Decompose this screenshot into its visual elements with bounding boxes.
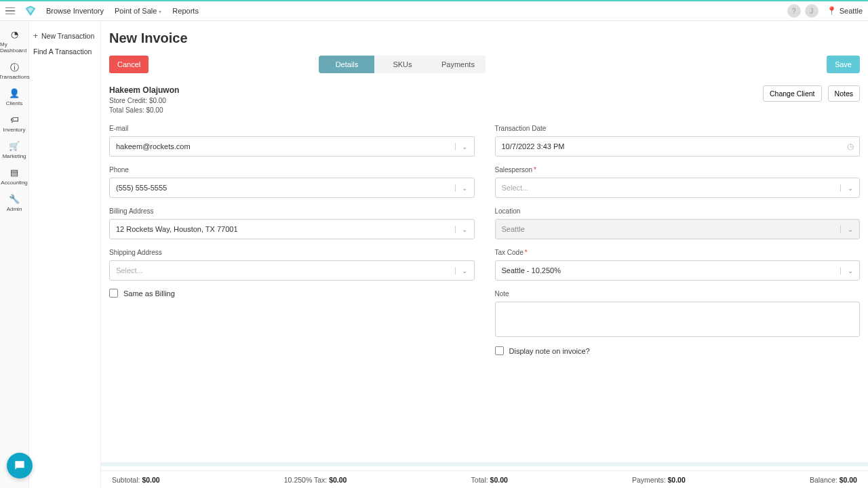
phone-label: Phone (109, 166, 475, 174)
location-field: Seattle ⌄ (495, 219, 861, 239)
user-avatar[interactable]: J (805, 4, 818, 18)
sidebar-item-transactions[interactable]: ⓘTransactions (0, 58, 28, 84)
chevron-down-icon[interactable]: ⌄ (840, 184, 859, 192)
phone-field[interactable]: (555) 555-5555 ⌄ (109, 178, 475, 198)
sidebar-item-marketing[interactable]: 🛒Marketing (0, 137, 28, 163)
display-note-check[interactable]: Display note on invoice? (495, 346, 861, 355)
change-client-button[interactable]: Change Client (763, 85, 822, 102)
client-name: Hakeem Olajuwon (109, 85, 179, 95)
sidebar-item-dashboard[interactable]: ◔My Dashboard (0, 25, 28, 58)
tab-group: Details SKUs Payments (319, 56, 486, 73)
save-button[interactable]: Save (827, 56, 860, 73)
chevron-down-icon[interactable]: ⌄ (455, 184, 474, 192)
page-title: New Invoice (109, 30, 860, 46)
same-as-billing-check[interactable]: Same as Billing (109, 289, 475, 298)
chat-widget[interactable] (7, 453, 33, 479)
chevron-down-icon[interactable]: ⌄ (840, 267, 859, 274)
app-logo (24, 5, 37, 17)
accounting-icon: ▤ (10, 167, 18, 178)
location-selector[interactable]: 📍 Seattle (827, 6, 863, 16)
clock-icon: ◷ (842, 142, 859, 151)
chevron-down-icon[interactable]: ⌄ (455, 267, 474, 274)
nav-reports[interactable]: Reports (172, 7, 199, 15)
email-label: E-mail (109, 125, 475, 132)
topbar: Browse Inventory Point of Sale▾ Reports … (0, 0, 868, 21)
chevron-down-icon[interactable]: ⌄ (455, 226, 474, 233)
tab-details[interactable]: Details (319, 56, 374, 73)
find-transaction-link[interactable]: Find A Transaction (33, 44, 96, 59)
notes-button[interactable]: Notes (828, 85, 860, 102)
footer-total: Total: $0.00 (471, 476, 508, 484)
chevron-down-icon: ▾ (159, 9, 161, 15)
sub-nav: +New Transaction Find A Transaction (29, 21, 101, 488)
date-field[interactable]: 10/7/2022 3:43 PM ◷ (495, 136, 861, 157)
right-column: Transaction Date 10/7/2022 3:43 PM ◷ Sal… (495, 119, 861, 355)
transactions-icon: ⓘ (10, 62, 19, 73)
location-label: Location (495, 207, 861, 215)
shipping-label: Shipping Address (109, 249, 475, 256)
nav-pos[interactable]: Point of Sale▾ (115, 7, 161, 15)
main-content: New Invoice Cancel Details SKUs Payments… (101, 21, 868, 466)
taxcode-label: Tax Code* (495, 249, 861, 256)
dashboard-icon: ◔ (11, 29, 18, 40)
footer-balance: Balance: $0.00 (810, 476, 857, 484)
left-column: E-mail hakeem@rockets.com ⌄ Phone (555) … (109, 119, 475, 355)
admin-icon: 🔧 (9, 194, 20, 205)
new-transaction-link[interactable]: +New Transaction (33, 28, 96, 44)
footer: Subtotal: $0.00 10.250% Tax: $0.00 Total… (101, 470, 868, 488)
billing-field[interactable]: 12 Rockets Way, Houston, TX 77001 ⌄ (109, 219, 475, 239)
shipping-field[interactable]: Select... ⌄ (109, 260, 475, 281)
footer-payments: Payments: $0.00 (632, 476, 686, 484)
marketing-icon: 🛒 (9, 141, 20, 152)
inventory-icon: 🏷 (10, 115, 19, 125)
salesperson-label: Salesperson* (495, 166, 861, 174)
tab-skus[interactable]: SKUs (374, 56, 430, 73)
sidebar: ◔My Dashboard ⓘTransactions 👤Clients 🏷In… (0, 21, 29, 488)
date-label: Transaction Date (495, 125, 861, 132)
note-label: Note (495, 290, 861, 298)
note-textarea[interactable] (495, 302, 861, 337)
chevron-down-icon: ⌄ (840, 226, 859, 233)
cancel-button[interactable]: Cancel (109, 56, 149, 73)
help-button[interactable]: ? (787, 4, 801, 18)
hamburger-icon[interactable] (5, 5, 18, 17)
sidebar-item-admin[interactable]: 🔧Admin (0, 190, 28, 216)
sidebar-item-inventory[interactable]: 🏷Inventory (0, 110, 28, 137)
billing-label: Billing Address (109, 207, 475, 215)
salesperson-field[interactable]: Select... ⌄ (495, 178, 861, 198)
footer-tax: 10.250% Tax: $0.00 (284, 476, 347, 484)
checkbox-icon[interactable] (495, 346, 504, 355)
footer-divider (101, 462, 868, 466)
taxcode-field[interactable]: Seattle - 10.250% ⌄ (495, 260, 861, 281)
sidebar-item-clients[interactable]: 👤Clients (0, 84, 28, 110)
tab-payments[interactable]: Payments (430, 56, 486, 73)
checkbox-icon[interactable] (109, 289, 118, 298)
chat-icon (13, 459, 26, 472)
footer-subtotal: Subtotal: $0.00 (112, 476, 160, 484)
email-field[interactable]: hakeem@rockets.com ⌄ (109, 136, 475, 157)
clients-icon: 👤 (9, 88, 20, 99)
nav-browse[interactable]: Browse Inventory (46, 7, 104, 15)
top-nav: Browse Inventory Point of Sale▾ Reports (46, 7, 199, 15)
plus-icon: + (33, 31, 38, 41)
chevron-down-icon[interactable]: ⌄ (455, 143, 474, 150)
client-credit: Store Credit: $0.00 (109, 97, 179, 104)
pin-icon: 📍 (827, 6, 837, 16)
client-sales: Total Sales: $0.00 (109, 106, 179, 114)
sidebar-item-accounting[interactable]: ▤Accounting (0, 163, 28, 190)
